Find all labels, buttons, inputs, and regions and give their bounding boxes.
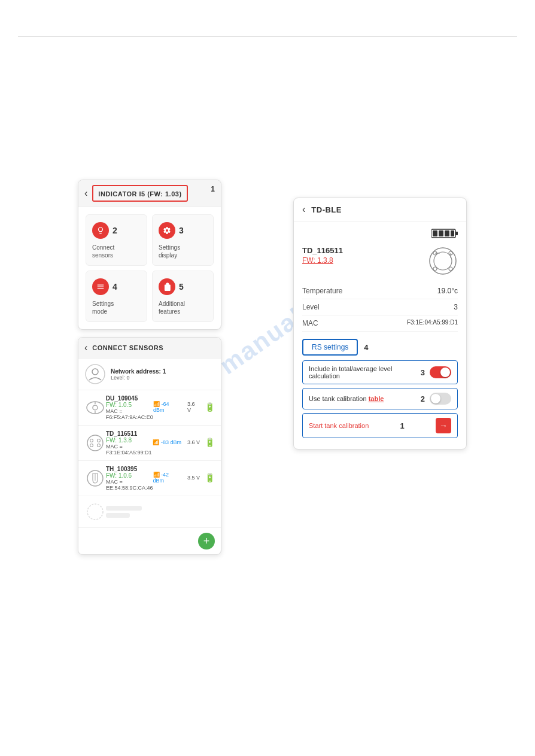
rs-settings-button[interactable]: RS settings (302, 339, 358, 356)
sensor-item-2[interactable]: TD_116511 FW: 1.3.8 MAC = F3:1E:04:A5:99… (78, 426, 221, 461)
sensor-signal-3: 📶 -42 dBm (153, 472, 181, 484)
top-separator (18, 36, 517, 37)
connect-sensors-icon (92, 222, 109, 239)
svg-point-9 (90, 444, 93, 447)
include-total-toggle[interactable] (430, 366, 451, 378)
indicator-number: 1 (211, 185, 215, 193)
network-item: Network address: 1 Level: 0 (78, 359, 221, 390)
sensor-right-1: 📶 -64 dBm 3.6 V 🔋 (153, 401, 215, 414)
svg-point-6 (87, 435, 103, 451)
calibration-table-link[interactable]: table (369, 395, 384, 402)
battery-icon (431, 229, 458, 238)
stat-label-temperature: Temperature (302, 287, 342, 295)
network-level: Level: 0 (111, 375, 166, 381)
grid-num-5: 5 (179, 282, 184, 292)
sensor-icon-ghost (84, 501, 106, 523)
right-panel: ‹ TD-BLE TD_116511 FW: 1.3.8 (293, 198, 467, 450)
left-panel: ‹ INDICATOR i5 (FW: 1.03) 1 2 Connectsen… (78, 180, 221, 555)
svg-rect-19 (451, 230, 454, 236)
include-total-knob (440, 368, 450, 377)
calibration-arrow-button[interactable]: → (436, 418, 451, 433)
ble-back-arrow[interactable]: ‹ (302, 204, 305, 215)
rs-settings-num: 4 (364, 343, 368, 352)
sensor-item-ghost (78, 496, 221, 528)
sensor-name-3: TH_100395 (106, 466, 153, 472)
grid-label-settings-mode: Settingsmode (92, 300, 114, 315)
add-sensor-row: + (78, 528, 221, 554)
sensor-battery-1: 🔋 (205, 402, 215, 412)
ble-battery (302, 229, 458, 241)
use-calibration-toggle[interactable] (430, 393, 451, 405)
grid-num-3: 3 (179, 226, 184, 235)
stat-value-mac: F3:1E:04:A5:99:D1 (407, 319, 458, 327)
svg-rect-16 (433, 230, 437, 236)
add-sensor-button[interactable]: + (198, 533, 215, 549)
svg-rect-17 (439, 230, 443, 236)
additional-features-icon (159, 278, 175, 295)
sensor-name-2: TD_116511 (106, 430, 153, 437)
use-calibration-knob (431, 394, 440, 403)
svg-point-10 (98, 444, 101, 447)
sensor-fw-2: FW: 1.3.8 (106, 437, 153, 444)
sensor-battery-2: 🔋 (205, 438, 215, 447)
ble-device-icon (428, 246, 458, 276)
grid-item-additional-features[interactable]: 5 Additionalfeatures (152, 271, 214, 322)
sensor-icon-3 (84, 467, 106, 489)
indicator-header: ‹ INDICATOR i5 (FW: 1.03) 1 (78, 180, 221, 207)
svg-point-7 (90, 439, 93, 442)
ble-body: TD_116511 FW: 1.3.8 Tempe (294, 221, 466, 449)
sensor-right-3: 📶 -42 dBm 3.5 V 🔋 (153, 472, 215, 485)
ble-device-name: TD_116511 (302, 246, 343, 255)
connect-header: ‹ CONNECT SENSORS (78, 338, 221, 359)
sensor-item-1[interactable]: DU_109045 FW: 1.0.5 MAC = F6:F5:A7:9A:AC… (78, 390, 221, 426)
stat-row-mac: MAC F3:1E:04:A5:99:D1 (302, 315, 458, 332)
network-icon (84, 363, 106, 385)
indicator-screen: ‹ INDICATOR i5 (FW: 1.03) 1 2 Connectsen… (78, 180, 221, 330)
start-calibration-row[interactable]: Start tank calibration 1 → (302, 413, 458, 438)
grid-label-connect-sensors: Connectsensors (92, 244, 114, 259)
svg-point-8 (98, 439, 101, 442)
network-address: Network address: 1 (111, 368, 166, 375)
ble-stats: Temperature 19.0°c Level 3 MAC F3:1E:04:… (302, 283, 458, 332)
stat-label-level: Level (302, 303, 320, 311)
sensor-mac-3: MAC = EE:54:58:9C:CA:46 (106, 479, 153, 491)
sensor-info-3: TH_100395 FW: 1.0.6 MAC = EE:54:58:9C:CA… (106, 466, 153, 491)
sensor-voltage-3: 3.5 V (187, 475, 200, 481)
sensor-info-ghost (106, 506, 215, 518)
grid-label-additional-features: Additionalfeatures (159, 300, 185, 315)
stat-value-level: 3 (454, 303, 458, 311)
use-calibration-num: 2 (421, 394, 425, 403)
stat-label-mac: MAC (302, 319, 318, 327)
grid-item-settings-mode[interactable]: 4 Settingsmode (86, 271, 147, 322)
use-calibration-toggle-row: Use tank calibration table 2 (302, 388, 458, 409)
sensor-mac-1: MAC = F6:F5:A7:9A:AC:E0 (106, 408, 153, 420)
indicator-grid: 2 Connectsensors 3 Settingsdisplay (78, 207, 221, 329)
connect-title: CONNECT SENSORS (92, 344, 163, 351)
sensor-signal-1: 📶 -64 dBm (153, 401, 181, 413)
ble-device-info: TD_116511 FW: 1.3.8 (302, 246, 343, 265)
grid-num-4: 4 (113, 282, 117, 292)
svg-point-0 (86, 365, 105, 384)
sensor-right-2: 📶 -83 dBm 3.6 V 🔋 (153, 438, 215, 448)
sensor-voltage-2: 3.6 V (187, 439, 200, 445)
start-calibration-num: 1 (400, 421, 405, 430)
svg-point-3 (93, 405, 98, 410)
sensor-icon-1 (84, 397, 106, 418)
sensor-mac-2: MAC = F3:1E:04:A5:99:D1 (106, 444, 153, 456)
indicator-back-arrow[interactable]: ‹ (84, 188, 87, 199)
grid-item-connect-sensors[interactable]: 2 Connectsensors (86, 214, 147, 266)
stat-value-temperature: 19.0°c (437, 287, 458, 295)
ble-fw: FW: 1.3.8 (302, 256, 343, 265)
ble-screen: ‹ TD-BLE TD_116511 FW: 1.3.8 (293, 198, 467, 450)
connect-back-arrow[interactable]: ‹ (84, 342, 87, 353)
svg-point-25 (449, 267, 452, 271)
use-calibration-label: Use tank calibration table (309, 395, 416, 402)
svg-point-13 (87, 504, 103, 520)
settings-display-icon (159, 222, 175, 239)
sensor-voltage-1: 3.6 V (187, 401, 200, 413)
include-total-num: 3 (421, 368, 425, 377)
svg-rect-15 (455, 232, 458, 235)
start-calibration-label: Start tank calibration (309, 422, 369, 429)
sensor-item-3[interactable]: TH_100395 FW: 1.0.6 MAC = EE:54:58:9C:CA… (78, 461, 221, 496)
grid-item-settings-display[interactable]: 3 Settingsdisplay (152, 214, 214, 266)
